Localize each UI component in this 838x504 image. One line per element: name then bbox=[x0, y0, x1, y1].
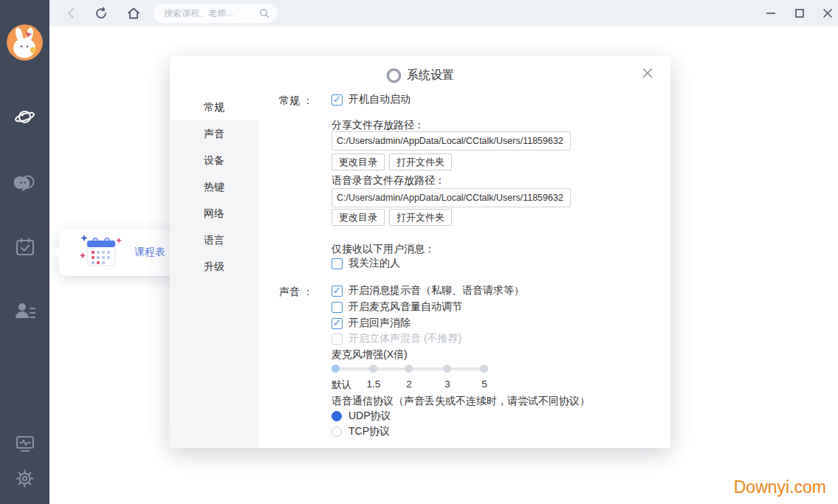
message-sound-label: 开启消息提示音（私聊、语音请求等） bbox=[348, 284, 524, 297]
top-navigation-bar bbox=[49, 0, 838, 27]
echo-cancel-checkbox-row[interactable]: 开启回声消除 bbox=[332, 317, 411, 330]
close-window-button[interactable] bbox=[821, 7, 834, 20]
slider-dot-2[interactable] bbox=[405, 365, 413, 373]
udp-radio-row[interactable]: UDP协议 bbox=[332, 410, 391, 423]
minimize-button[interactable] bbox=[764, 7, 777, 20]
slider-dot-3[interactable] bbox=[443, 365, 451, 373]
slider-label-2[interactable]: 2 bbox=[406, 379, 412, 390]
calendar-check-icon[interactable] bbox=[0, 237, 49, 258]
search-icon[interactable] bbox=[258, 7, 270, 19]
mic-auto-volume-label: 开启麦克风音量自动调节 bbox=[348, 300, 462, 314]
followed-only-checkbox[interactable] bbox=[332, 258, 343, 269]
schedule-tooltip[interactable]: 课程表 bbox=[59, 229, 185, 276]
record-path-label: 语音录音文件存放路径： bbox=[332, 174, 445, 187]
contacts-icon[interactable] bbox=[0, 300, 49, 322]
slider-label-3[interactable]: 3 bbox=[444, 379, 450, 390]
change-directory-button-2[interactable]: 更改目录 bbox=[332, 209, 385, 226]
share-path-label: 分享文件存放路径： bbox=[332, 119, 425, 132]
settings-gear-icon[interactable] bbox=[0, 469, 49, 489]
search-input[interactable] bbox=[164, 8, 258, 18]
slider-dot-1-5[interactable] bbox=[369, 365, 377, 373]
autostart-checkbox[interactable] bbox=[332, 94, 343, 106]
autostart-checkbox-row[interactable]: 开机自动启动 bbox=[332, 93, 411, 106]
user-avatar[interactable] bbox=[7, 24, 43, 61]
autostart-label: 开机自动启动 bbox=[348, 93, 411, 106]
slider-dot-default[interactable] bbox=[332, 365, 340, 373]
calendar-illustration-icon bbox=[78, 232, 124, 276]
slider-dot-5[interactable] bbox=[480, 365, 488, 373]
mic-auto-volume-checkbox[interactable] bbox=[332, 302, 343, 313]
app-sidebar bbox=[0, 0, 49, 504]
planet-icon[interactable] bbox=[0, 106, 49, 128]
home-icon[interactable] bbox=[126, 6, 141, 21]
open-folder-button[interactable]: 打开文件夹 bbox=[389, 153, 452, 170]
open-folder-button-2[interactable]: 打开文件夹 bbox=[389, 209, 452, 226]
followed-only-label: 我关注的人 bbox=[348, 257, 400, 270]
share-path-input[interactable] bbox=[332, 131, 571, 151]
search-bar[interactable] bbox=[154, 4, 278, 23]
share-path-buttons: 更改目录 打开文件夹 bbox=[332, 153, 452, 170]
tcp-radio[interactable] bbox=[332, 427, 342, 437]
monitor-activity-icon[interactable] bbox=[0, 433, 49, 454]
udp-radio-label: UDP协议 bbox=[348, 410, 391, 423]
back-icon[interactable] bbox=[64, 6, 79, 21]
message-sound-checkbox-row[interactable]: 开启消息提示音（私聊、语音请求等） bbox=[332, 284, 524, 297]
chat-bubbles-icon[interactable] bbox=[0, 173, 49, 194]
watermark-text: Downyi.com bbox=[734, 477, 826, 497]
stereo-mix-label: 开启立体声混音 (不推荐) bbox=[348, 332, 461, 345]
mic-gain-label: 麦克风增强(X倍) bbox=[332, 348, 408, 362]
udp-radio[interactable] bbox=[332, 411, 342, 421]
echo-cancel-label: 开启回声消除 bbox=[348, 317, 411, 330]
refresh-icon[interactable] bbox=[94, 6, 109, 21]
protocol-label: 语音通信协议（声音丢失或不连续时，请尝试不同协议） bbox=[332, 395, 590, 408]
slider-label-default[interactable]: 默认 bbox=[332, 379, 351, 392]
record-path-input[interactable] bbox=[332, 188, 571, 207]
tcp-radio-row[interactable]: TCP协议 bbox=[332, 425, 390, 438]
echo-cancel-checkbox[interactable] bbox=[332, 318, 343, 329]
general-section-label: 常规 ： bbox=[279, 94, 313, 108]
message-sound-checkbox[interactable] bbox=[332, 286, 343, 297]
slider-label-5[interactable]: 5 bbox=[481, 379, 487, 390]
mic-auto-volume-checkbox-row[interactable]: 开启麦克风音量自动调节 bbox=[332, 300, 462, 314]
sound-section-label: 声音 ： bbox=[279, 286, 313, 299]
mic-gain-slider[interactable] bbox=[332, 365, 488, 373]
only-receive-label: 仅接收以下用户消息： bbox=[332, 243, 435, 256]
maximize-button[interactable] bbox=[793, 7, 806, 20]
settings-content: 常规 ： 开机自动启动 分享文件存放路径： 更改目录 打开文件夹 语音录音文件存… bbox=[170, 56, 670, 448]
followed-only-checkbox-row[interactable]: 我关注的人 bbox=[332, 257, 400, 270]
tcp-radio-label: TCP协议 bbox=[348, 425, 390, 438]
change-directory-button[interactable]: 更改目录 bbox=[332, 153, 385, 170]
slider-labels: 默认 1.5 2 3 5 bbox=[332, 379, 494, 390]
stereo-mix-checkbox-row: 开启立体声混音 (不推荐) bbox=[332, 332, 461, 345]
tooltip-label[interactable]: 课程表 bbox=[134, 246, 165, 259]
system-settings-dialog: 系统设置 常规 声音 设备 热键 网络 语言 升级 常规 ： 开机自动启动 分享… bbox=[170, 56, 670, 448]
stereo-mix-checkbox bbox=[332, 334, 343, 345]
slider-label-1-5[interactable]: 1.5 bbox=[367, 379, 381, 390]
record-path-buttons: 更改目录 打开文件夹 bbox=[332, 209, 452, 226]
